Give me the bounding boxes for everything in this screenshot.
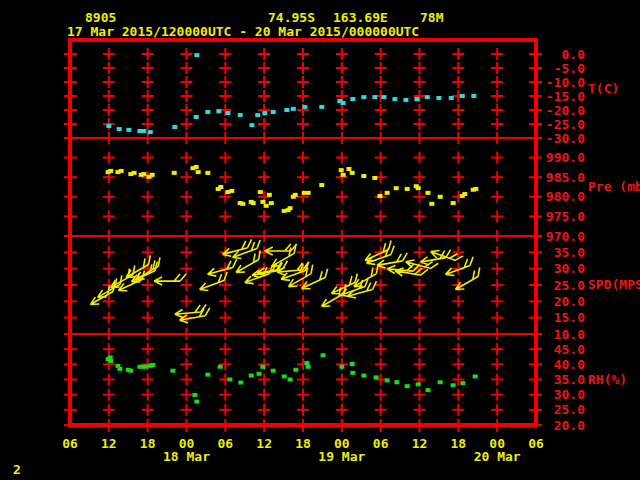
pressure-data-point (293, 193, 298, 197)
pressure-data-point (438, 195, 443, 199)
temperature-data-point (255, 113, 260, 117)
relative-humidity-data-point (293, 368, 298, 372)
temperature-data-point (436, 96, 441, 100)
relative-humidity-data-point (128, 369, 133, 373)
pressure-data-point (416, 186, 421, 190)
y-tick-label: 15.0 (554, 310, 585, 325)
y-tick-label: 35.0 (554, 245, 585, 260)
pressure-data-point (372, 176, 377, 180)
temperature-data-point (106, 124, 111, 128)
relative-humidity-data-point (282, 374, 287, 378)
x-hour-label: 06 (218, 436, 234, 451)
pressure-data-point (196, 170, 201, 174)
temperature-data-point (372, 95, 377, 99)
temperature-data-point (216, 109, 221, 113)
relative-humidity-data-point (416, 382, 421, 386)
temperature-data-point (262, 111, 267, 115)
relative-humidity-data-point (271, 369, 276, 373)
relative-humidity-data-point (304, 361, 309, 365)
x-hour-label: 12 (412, 436, 428, 451)
x-date-label: 20 Mar (474, 449, 521, 464)
relative-humidity-axis-label: RH(%) (588, 372, 627, 387)
wind-barb (452, 267, 485, 293)
relative-humidity-data-point (150, 363, 155, 367)
pressure-axis-label: Pre (mb) (588, 179, 640, 194)
temperature-data-point (449, 96, 454, 100)
temperature-data-point (361, 95, 366, 99)
y-tick-label: -10.0 (546, 75, 585, 90)
relative-humidity-data-point (473, 374, 478, 378)
relative-humidity-data-point (405, 384, 410, 388)
relative-humidity-data-point (374, 375, 379, 379)
wind-barb (279, 262, 313, 283)
relative-humidity-data-point (350, 371, 355, 375)
page-number: 2 (13, 463, 21, 476)
wind-speed-axis-label: SPD(MPS) (588, 277, 640, 292)
temperature-data-point (249, 123, 254, 127)
pressure-data-point (269, 201, 274, 205)
y-tick-label: 20.0 (554, 294, 585, 309)
relative-humidity-series (106, 353, 478, 403)
pressure-data-point (218, 185, 223, 189)
temperature-data-point (403, 98, 408, 102)
x-hour-label: 18 (295, 436, 311, 451)
pressure-data-point (451, 201, 456, 205)
pressure-data-point (141, 172, 146, 176)
pressure-data-point (378, 194, 383, 198)
temperature-data-point (271, 110, 276, 114)
pressure-data-point (319, 183, 324, 187)
temperature-data-point (141, 129, 146, 133)
relative-humidity-data-point (394, 380, 399, 384)
pressure-data-point (240, 202, 245, 206)
x-hour-label: 18 (140, 436, 156, 451)
relative-humidity-data-point (288, 378, 293, 382)
pressure-data-point (339, 168, 344, 172)
temperature-data-point (148, 130, 153, 134)
pressure-data-point (229, 189, 234, 193)
relative-humidity-data-point (117, 367, 122, 371)
temperature-data-point (341, 101, 346, 105)
y-tick-label: -15.0 (546, 89, 585, 104)
pressure-data-point (119, 169, 124, 173)
relative-humidity-data-point (306, 365, 311, 369)
relative-humidity-data-point (256, 372, 261, 376)
y-tick-label: 970.0 (546, 229, 585, 244)
pressure-data-point (258, 190, 263, 194)
temperature-data-point (194, 115, 199, 119)
temperature-data-point (302, 105, 307, 109)
temperature-data-point (225, 111, 230, 115)
y-tick-label: 30.0 (554, 261, 585, 276)
meteogram-screen: 8905 74.95S 163.69E 78M 17 Mar 2015/1200… (0, 0, 640, 480)
temperature-data-point (425, 95, 430, 99)
pressure-data-point (462, 192, 467, 196)
temperature-data-point (319, 105, 324, 109)
pressure-data-point (150, 173, 155, 177)
pressure-data-point (385, 191, 390, 195)
x-hour-label: 06 (62, 436, 78, 451)
relative-humidity-data-point (425, 388, 430, 392)
temperature-data-point (172, 125, 177, 129)
temperature-series (106, 53, 476, 134)
meteogram-chart: 0.0-5.0-10.0-15.0-20.0-25.0-30.0T(C)990.… (0, 0, 640, 480)
pressure-data-point (267, 193, 272, 197)
relative-humidity-data-point (385, 378, 390, 382)
wind-speed-panel: 35.030.025.020.015.010.0SPD(MPS) (64, 239, 640, 341)
y-tick-label: 980.0 (546, 189, 585, 204)
pressure-data-point (341, 173, 346, 177)
y-tick-label: 985.0 (546, 170, 585, 185)
temperature-data-point (238, 113, 243, 117)
pressure-data-point (108, 169, 113, 173)
pressure-data-point (473, 187, 478, 191)
relative-humidity-data-point (218, 365, 223, 369)
y-tick-label: 990.0 (546, 150, 585, 165)
wind-barb (154, 274, 186, 285)
relative-humidity-data-point (339, 365, 344, 369)
temperature-data-point (460, 94, 465, 98)
temperature-data-point (126, 128, 131, 132)
relative-humidity-data-point (108, 359, 113, 363)
y-tick-label: 35.0 (554, 372, 585, 387)
relative-humidity-data-point (227, 378, 232, 382)
temperature-data-point (392, 97, 397, 101)
y-tick-label: -30.0 (546, 131, 585, 146)
x-hour-label: 12 (101, 436, 117, 451)
